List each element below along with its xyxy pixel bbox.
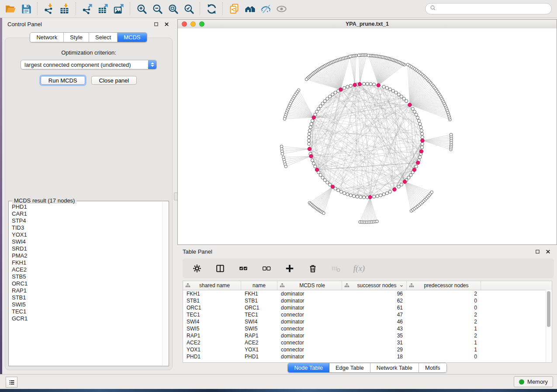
- float-window-button[interactable]: [153, 21, 159, 27]
- scrollbar-thumb[interactable]: [547, 291, 550, 327]
- table-row[interactable]: RAP1RAP1dominator352: [183, 332, 552, 339]
- import-table-button[interactable]: [57, 1, 73, 16]
- zoom-selected-button[interactable]: [181, 1, 197, 16]
- table-scrollbar[interactable]: [546, 290, 552, 362]
- open-file-button[interactable]: [3, 1, 18, 16]
- mcds-result-item[interactable]: GCR1: [10, 315, 162, 322]
- tab-edge-table[interactable]: Edge Table: [329, 363, 370, 372]
- export-image-button[interactable]: [111, 1, 127, 16]
- zoom-fit-button[interactable]: [165, 1, 181, 16]
- column-header-successor-nodes[interactable]: successor nodes: [342, 281, 407, 290]
- export-network-button[interactable]: [80, 1, 95, 16]
- mcds-result-item[interactable]: PMA2: [10, 252, 162, 259]
- tab-style[interactable]: Style: [64, 33, 89, 42]
- mcds-result-item[interactable]: STP4: [10, 217, 162, 224]
- close-window-light[interactable]: [182, 21, 187, 27]
- mcds-result-list[interactable]: PHD1CAR1STP4TID3YOX1SWI4SRD1PMA2FKH1ACE2…: [10, 203, 162, 365]
- close-panel-button[interactable]: [545, 249, 551, 254]
- control-panel-header: Control Panel: [2, 18, 175, 30]
- table-row[interactable]: TEC1TEC1connector472: [183, 311, 552, 318]
- zoom-out-button[interactable]: [149, 1, 165, 16]
- mcds-list-scrollbar[interactable]: [162, 202, 168, 365]
- mcds-result-title: MCDS result (17 nodes): [12, 197, 76, 204]
- column-header-shared-name[interactable]: shared name: [183, 281, 241, 290]
- table-row[interactable]: ORC1ORC1dominator610: [183, 304, 552, 311]
- mcds-result-item[interactable]: ORC1: [10, 280, 162, 287]
- mcds-result-item[interactable]: YOX1: [10, 231, 162, 238]
- save-session-icon: [21, 3, 32, 15]
- table-row[interactable]: PHD1PHD1dominator180: [183, 353, 552, 360]
- delete-columns-button[interactable]: [307, 263, 318, 274]
- table-options-button[interactable]: [191, 263, 203, 274]
- toolbar-separator: [76, 2, 76, 15]
- table-row[interactable]: YOX1YOX1connector291: [183, 346, 552, 353]
- toolbar-separator: [37, 2, 38, 15]
- column-header-predecessor-nodes[interactable]: predecessor nodes: [407, 281, 481, 290]
- mcds-result-item[interactable]: SWI5: [10, 301, 162, 308]
- add-column-button[interactable]: [284, 263, 295, 274]
- cell-shared-name: SWI5: [183, 326, 241, 332]
- close-panel-button[interactable]: Close panel: [91, 76, 137, 85]
- mcds-result-item[interactable]: FKH1: [10, 259, 162, 266]
- mcds-result-item[interactable]: STB1: [10, 294, 162, 301]
- table-row[interactable]: SWI5SWI5connector431: [183, 325, 552, 332]
- mcds-result-item[interactable]: SWI4: [10, 238, 162, 245]
- first-neighbors-button[interactable]: [242, 1, 258, 16]
- toolbar-separator: [222, 2, 223, 15]
- tab-mcds[interactable]: MCDS: [118, 33, 146, 42]
- task-history-button[interactable]: [6, 377, 17, 388]
- show-details-button[interactable]: [273, 1, 289, 16]
- mcds-result-item[interactable]: RAP1: [10, 287, 162, 294]
- mcds-button-row: Run MCDS Close panel: [5, 76, 172, 85]
- cell-successor-nodes: 43: [342, 326, 407, 332]
- tab-node-table[interactable]: Node Table: [288, 363, 329, 372]
- zoom-in-button[interactable]: [134, 1, 149, 16]
- close-panel-button[interactable]: [164, 21, 170, 27]
- tab-motifs[interactable]: Motifs: [419, 363, 446, 372]
- dropdown-stepper-icon: [148, 60, 156, 69]
- clear-selected-icon: [331, 264, 341, 273]
- duplicate-network-button[interactable]: [226, 1, 242, 16]
- column-header-name[interactable]: name: [241, 281, 277, 290]
- tab-select[interactable]: Select: [89, 33, 118, 42]
- mcds-result-item[interactable]: TID3: [10, 224, 162, 231]
- split-view-button[interactable]: [214, 263, 226, 274]
- run-mcds-button[interactable]: Run MCDS: [41, 76, 85, 85]
- column-label: MCDS role: [299, 282, 325, 289]
- menu-list-icon: [8, 379, 15, 386]
- select-all-rows-button[interactable]: [238, 263, 249, 274]
- mcds-tab-content: Optimization criterion: largest connecte…: [5, 38, 173, 370]
- network-canvas[interactable]: [178, 28, 557, 244]
- mcds-result-item[interactable]: CAR1: [10, 210, 162, 217]
- export-network-icon: [82, 3, 93, 15]
- table-panel-window-buttons: [535, 249, 551, 254]
- table-row[interactable]: FKH1FKH1dominator962: [183, 290, 552, 297]
- mcds-result-item[interactable]: ACE2: [10, 266, 162, 273]
- table-row[interactable]: ACE2ACE2connector311: [183, 339, 552, 346]
- float-window-button[interactable]: [535, 249, 540, 254]
- maximize-window-light[interactable]: [199, 21, 204, 27]
- cell-predecessor-nodes: 1: [407, 326, 481, 332]
- export-table-button[interactable]: [95, 1, 111, 16]
- refresh-view-button[interactable]: [204, 1, 219, 16]
- minimize-window-light[interactable]: [190, 21, 196, 27]
- optimization-criterion-select[interactable]: largest connected component (undirected): [21, 60, 157, 69]
- tab-network-table[interactable]: Network Table: [370, 363, 419, 372]
- table-row[interactable]: STB1STB1dominator620: [183, 297, 552, 304]
- network-window-titlebar[interactable]: YPA_prune.txt_1: [178, 20, 557, 29]
- mcds-result-item[interactable]: PHD1: [10, 203, 162, 210]
- mcds-result-item[interactable]: STB5: [10, 273, 162, 280]
- mcds-result-item[interactable]: TEC1: [10, 308, 162, 315]
- search-input[interactable]: [437, 4, 551, 14]
- memory-button[interactable]: Memory: [514, 376, 553, 387]
- table-row[interactable]: SWI4SWI4dominator462: [183, 318, 552, 325]
- deselect-all-rows-button[interactable]: [261, 263, 272, 274]
- search-box[interactable]: [425, 3, 552, 14]
- mcds-result-item[interactable]: SRD1: [10, 245, 162, 252]
- column-header-mcds-role[interactable]: MCDS role: [277, 281, 342, 290]
- tab-network[interactable]: Network: [30, 33, 64, 42]
- mcds-result-groupbox: MCDS result (17 nodes) PHD1CAR1STP4TID3Y…: [8, 201, 169, 366]
- import-network-button[interactable]: [41, 1, 57, 16]
- hide-details-button[interactable]: [258, 1, 273, 16]
- save-session-button[interactable]: [18, 1, 34, 16]
